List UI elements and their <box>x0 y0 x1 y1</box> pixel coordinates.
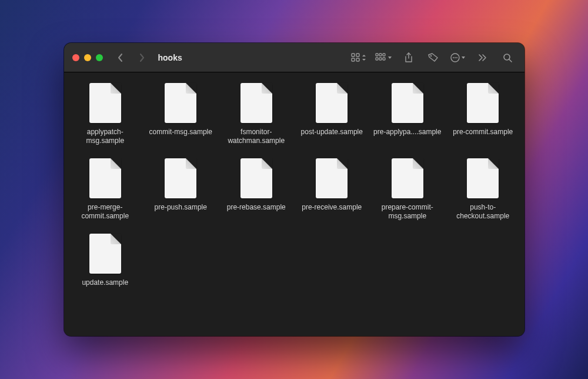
document-icon <box>467 83 499 123</box>
document-icon <box>89 83 121 123</box>
file-item[interactable]: fsmonitor-watchman.sample <box>221 81 292 148</box>
file-label: pre-rebase.sample <box>227 203 286 221</box>
forward-button[interactable] <box>135 51 149 65</box>
document-icon <box>240 83 272 123</box>
svg-rect-5 <box>379 54 382 56</box>
svg-rect-0 <box>352 54 355 56</box>
file-item[interactable]: commit-msg.sample <box>145 81 216 148</box>
file-item[interactable]: applypatch-msg.sample <box>70 81 141 148</box>
file-item[interactable]: update.sample <box>70 231 141 298</box>
file-label: prepare-commit-msg.sample <box>373 203 442 221</box>
tags-button[interactable] <box>425 50 442 65</box>
file-item[interactable]: pre-applypa....sample <box>372 81 443 148</box>
file-label: push-to-checkout.sample <box>449 203 517 221</box>
content-area[interactable]: applypatch-msg.samplecommit-msg.samplefs… <box>64 72 524 336</box>
svg-rect-9 <box>383 58 385 60</box>
svg-rect-6 <box>383 54 385 56</box>
file-item[interactable]: pre-commit.sample <box>447 81 519 148</box>
document-icon <box>316 158 348 198</box>
close-icon[interactable] <box>72 54 79 61</box>
file-item[interactable]: pre-receive.sample <box>296 156 368 223</box>
chevron-left-icon <box>118 53 123 62</box>
finder-window: hooks <box>64 43 524 336</box>
file-label: post-update.sample <box>301 128 363 145</box>
file-grid: applypatch-msg.samplecommit-msg.samplefs… <box>70 81 519 298</box>
back-button[interactable] <box>113 51 128 65</box>
grid-icon <box>351 53 368 62</box>
svg-rect-7 <box>376 58 378 60</box>
ellipsis-circle-icon <box>450 52 466 63</box>
file-item[interactable]: pre-merge-commit.sample <box>70 156 141 223</box>
file-label: update.sample <box>82 278 128 296</box>
chevrons-right-icon <box>478 54 487 62</box>
file-label: fsmonitor-watchman.sample <box>222 128 291 145</box>
file-label: pre-commit.sample <box>453 128 513 145</box>
file-label: pre-applypa....sample <box>373 128 441 145</box>
svg-rect-3 <box>356 58 359 61</box>
file-label: applypatch-msg.sample <box>71 128 140 145</box>
group-icon <box>375 53 393 62</box>
document-icon <box>467 158 499 198</box>
file-label: commit-msg.sample <box>149 128 212 145</box>
search-button[interactable] <box>499 50 516 65</box>
chevron-right-icon <box>139 53 145 62</box>
view-icons-button[interactable] <box>350 50 368 65</box>
tag-icon <box>428 53 439 62</box>
traffic-lights <box>72 54 103 61</box>
document-icon <box>89 158 121 198</box>
file-item[interactable]: pre-rebase.sample <box>221 156 292 223</box>
document-icon <box>392 158 423 198</box>
file-item[interactable]: pre-push.sample <box>145 156 216 223</box>
document-icon <box>316 83 348 123</box>
document-icon <box>89 234 121 274</box>
actions-button[interactable] <box>449 50 467 65</box>
file-item[interactable]: prepare-commit-msg.sample <box>372 156 443 223</box>
share-icon <box>404 52 413 63</box>
share-button[interactable] <box>400 50 417 65</box>
svg-rect-4 <box>376 54 378 56</box>
svg-point-10 <box>430 55 432 56</box>
file-label: pre-merge-commit.sample <box>71 203 140 221</box>
document-icon <box>165 83 196 123</box>
svg-point-12 <box>453 57 454 58</box>
document-icon <box>165 158 196 198</box>
zoom-icon[interactable] <box>96 54 103 61</box>
group-button[interactable] <box>375 50 393 65</box>
window-title: hooks <box>158 53 182 62</box>
svg-rect-1 <box>356 54 359 56</box>
svg-point-14 <box>456 57 457 58</box>
titlebar: hooks <box>64 43 524 72</box>
search-icon <box>503 53 512 62</box>
file-item[interactable]: push-to-checkout.sample <box>447 156 519 223</box>
svg-rect-2 <box>352 58 355 61</box>
document-icon <box>240 158 272 198</box>
svg-rect-8 <box>379 58 382 60</box>
file-label: pre-push.sample <box>155 203 207 221</box>
overflow-button[interactable] <box>474 50 492 65</box>
document-icon <box>392 83 423 123</box>
minimize-icon[interactable] <box>84 54 91 61</box>
file-label: pre-receive.sample <box>302 203 362 221</box>
file-item[interactable]: post-update.sample <box>296 81 368 148</box>
svg-point-13 <box>455 57 456 58</box>
